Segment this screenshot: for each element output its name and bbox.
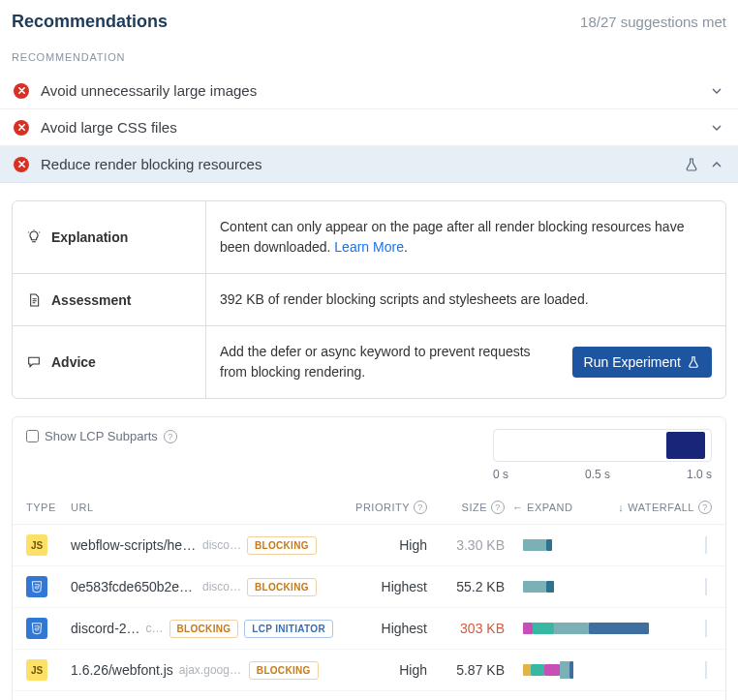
recommendation-row[interactable]: Reduce render blocking resources [0,146,738,183]
table-row[interactable]: 0e583fcde650b2eb9…disco…BLOCKINGHighest5… [13,566,725,608]
blocking-badge: BLOCKING [247,536,317,555]
fail-icon [14,83,29,99]
js-file-icon: JS [26,534,47,556]
chevron-down-icon[interactable] [709,120,724,136]
advice-text: Add the defer or async keyword to preven… [220,342,557,382]
resource-host: disco… [202,580,241,593]
section-label: RECOMMENDATION [0,38,738,73]
priority-value: Highest [350,579,427,594]
legend-swatch[interactable] [666,432,705,459]
col-type[interactable]: TYPE [26,502,71,513]
recommendation-label: Avoid large CSS files [41,119,699,136]
time-axis: 0 s 0.5 s 1.0 s [493,468,712,481]
flask-icon[interactable] [684,157,699,172]
col-waterfall[interactable]: ↓ WATERFALL? [618,501,712,514]
page-title: Recommendations [12,12,168,32]
legend-swatch[interactable] [538,432,577,459]
chevron-up-icon[interactable] [709,157,724,172]
chat-icon [26,354,42,370]
resource-name: discord-2… [71,621,140,636]
resource-name: 0e583fcde650b2eb9… [71,579,197,594]
lightbulb-icon [26,229,42,245]
recommendation-detail: Explanation Content can only appear on t… [12,200,726,399]
header: Recommendations 18/27 suggestions met [0,0,738,38]
fail-icon [14,120,29,136]
show-lcp-subparts[interactable]: Show LCP Subparts ? [26,429,177,443]
resource-host: ajax.google… [179,663,243,677]
resource-name: 1.6.26/webfont.js [71,662,173,678]
waterfall-cell[interactable] [505,620,712,637]
assessment-label: Assessment [13,274,206,325]
chevron-down-icon[interactable] [709,83,724,99]
table-row[interactable]: JSlocalize.jscdn.localizeapi.comBLOCKING… [13,691,725,700]
blocking-badge: BLOCKING [169,620,239,638]
legend-swatch[interactable] [624,432,662,459]
help-icon[interactable]: ? [164,430,177,443]
table-row[interactable]: discord-2…c…BLOCKINGLCP INITIATORHighest… [13,608,725,650]
advice-label: Advice [13,326,206,398]
help-icon[interactable]: ? [491,501,505,514]
url-cell: discord-2…c…BLOCKINGLCP INITIATOR [71,620,350,638]
size-value: 5.87 KB [427,662,505,678]
document-icon [26,292,42,308]
help-icon[interactable]: ? [698,501,712,514]
help-icon[interactable]: ? [414,501,427,514]
table-row[interactable]: JS1.6.26/webfont.jsajax.google…BLOCKINGH… [13,650,725,691]
blocking-badge: BLOCKING [249,661,319,680]
col-size[interactable]: SIZE? [427,501,505,514]
assessment-text: 392 KB of render blocking scripts and st… [220,289,712,310]
run-experiment-button[interactable]: Run Experiment [572,347,712,378]
suggestions-met: 18/27 suggestions met [580,14,726,30]
table-row[interactable]: JSwebflow-scripts/hea…disco…BLOCKINGHigh… [13,525,725,566]
resource-host: c… [146,622,164,635]
priority-value: High [350,537,427,553]
size-value: 3.30 KB [427,537,505,553]
col-url[interactable]: URL [71,502,350,513]
url-cell: 0e583fcde650b2eb9…disco…BLOCKING [71,578,350,596]
recommendation-label: Reduce render blocking resources [41,156,674,172]
show-lcp-checkbox[interactable] [26,430,39,442]
recommendation-list: Avoid unnecessarily large imagesAvoid la… [0,73,738,183]
recommendation-row[interactable]: Avoid unnecessarily large images [0,73,738,109]
flask-icon [687,355,700,369]
learn-more-link[interactable]: Learn More [334,239,404,255]
lcp-initiator-badge: LCP INITIATOR [244,620,333,638]
blocking-badge: BLOCKING [247,578,317,596]
waterfall-cell[interactable] [505,661,712,679]
resource-name: webflow-scripts/hea… [71,537,197,553]
priority-value: High [350,662,427,678]
recommendation-row[interactable]: Avoid large CSS files [0,109,738,146]
resource-host: disco… [202,538,241,552]
css-file-icon [26,576,47,597]
waterfall-cell[interactable] [505,578,712,595]
table-header: TYPE URL PRIORITY? SIZE? ← EXPAND ↓ WATE… [13,489,725,525]
priority-value: Highest [350,621,427,636]
recommendation-label: Avoid unnecessarily large images [41,82,699,99]
col-expand[interactable]: ← EXPAND [505,502,572,513]
svg-line-2 [28,232,29,233]
legend-swatch[interactable] [496,432,535,459]
size-value: 55.2 KB [427,579,505,594]
url-cell: webflow-scripts/hea…disco…BLOCKING [71,536,350,555]
explanation-label: Explanation [13,201,206,273]
fail-icon [14,157,29,172]
col-priority[interactable]: PRIORITY? [350,501,427,514]
svg-line-3 [39,232,40,233]
js-file-icon: JS [26,659,47,681]
waterfall-cell[interactable] [505,536,712,554]
legend-swatches[interactable] [493,429,712,462]
table-body: JSwebflow-scripts/hea…disco…BLOCKINGHigh… [13,525,725,700]
resource-table: Show LCP Subparts ? 0 s 0.5 s 1.0 s TYPE… [12,416,726,700]
explanation-text: Content can only appear on the page afte… [220,217,712,258]
css-file-icon [26,618,47,639]
url-cell: 1.6.26/webfont.jsajax.google…BLOCKING [71,661,350,680]
legend-swatch[interactable] [581,432,620,459]
size-value: 303 KB [427,621,505,636]
